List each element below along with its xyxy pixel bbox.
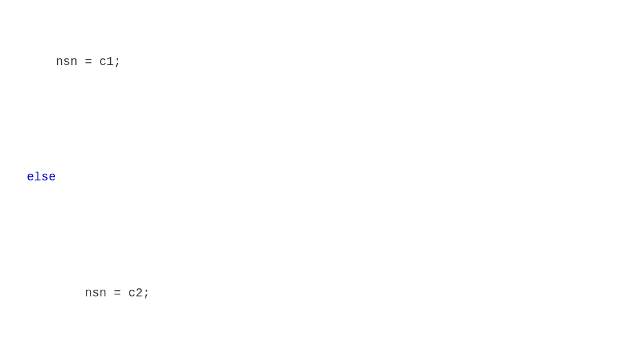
line-nsn-c1: nsn = c1; bbox=[27, 52, 617, 72]
line-else: else bbox=[27, 168, 617, 187]
line-empty-1 bbox=[27, 110, 617, 129]
line-nsn-c2: nsn = c2; bbox=[27, 284, 617, 303]
line-empty-2 bbox=[27, 226, 617, 245]
line-empty-3 bbox=[27, 342, 617, 344]
code-container: nsn = c1; else nsn = c2; int vetsi=nsn; … bbox=[27, 13, 617, 344]
